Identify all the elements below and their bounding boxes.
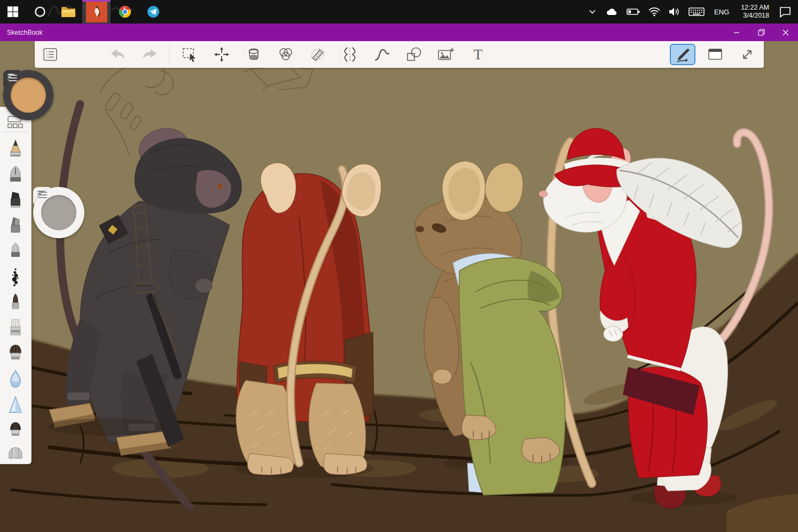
brush-watercolor-drop[interactable]	[6, 369, 25, 390]
taskbar-app-chrome[interactable]	[111, 0, 139, 24]
brush-splatter[interactable]	[6, 266, 25, 287]
system-tray: ENG 12:22 AM 3/4/2018	[587, 0, 798, 24]
language-indicator[interactable]: ENG	[712, 8, 731, 16]
brush-pencil[interactable]	[6, 138, 25, 159]
battery-icon[interactable]	[627, 6, 640, 17]
close-button[interactable]	[773, 24, 798, 41]
brush-palette	[0, 107, 32, 464]
taskbar-app-sketchbook[interactable]	[82, 0, 111, 24]
redo-button[interactable]	[142, 46, 159, 63]
hamburger-icon	[38, 192, 47, 200]
ruler-tool-button[interactable]	[309, 46, 326, 63]
tray-chevron-icon[interactable]	[587, 6, 598, 17]
fullscreen-button[interactable]	[739, 46, 756, 63]
brush-puck-preview[interactable]	[41, 195, 76, 230]
brush-soft-blend[interactable]	[6, 419, 25, 441]
main-menu-button[interactable]	[42, 46, 59, 63]
taskbar: ENG 12:22 AM 3/4/2018	[0, 0, 798, 24]
hamburger-icon	[9, 75, 17, 83]
clock[interactable]: 12:22 AM 3/4/2018	[739, 4, 771, 20]
clock-time: 12:22 AM	[741, 4, 769, 11]
import-image-button[interactable]	[437, 46, 455, 63]
touch-keyboard-icon[interactable]	[689, 6, 705, 17]
start-button[interactable]	[0, 0, 26, 24]
brush-inking-pen[interactable]	[6, 163, 25, 185]
color-adjust-button[interactable]	[277, 46, 294, 63]
brush-smudge-dome[interactable]	[6, 444, 25, 466]
drawing-canvas[interactable]	[0, 41, 798, 532]
brush-panel-divider	[2, 131, 29, 132]
wifi-icon[interactable]	[648, 6, 661, 17]
brush-ballpoint-pen[interactable]	[6, 240, 25, 262]
shapes-tool-button[interactable]	[405, 46, 423, 63]
transform-tool-button[interactable]	[213, 46, 230, 63]
brush-chisel-marker[interactable]	[6, 215, 25, 236]
text-tool-button[interactable]: T	[470, 46, 487, 63]
selection-tool-button[interactable]	[181, 46, 198, 63]
window-title: SketchBook	[0, 29, 43, 36]
clock-date: 3/4/2018	[743, 12, 769, 19]
telegram-icon	[146, 5, 160, 19]
toolbar-divider	[169, 44, 170, 65]
fill-tool-button[interactable]	[245, 46, 262, 63]
screen: ENG 12:22 AM 3/4/2018 SketchBook	[0, 0, 798, 532]
titlebar: SketchBook	[0, 24, 798, 41]
brush-marker[interactable]	[6, 189, 25, 210]
text-tool-glyph: T	[474, 48, 483, 62]
taskbar-app-telegram[interactable]	[139, 0, 167, 24]
volume-icon[interactable]	[668, 6, 681, 17]
windows-logo-icon	[7, 6, 19, 18]
brush-smear-triangle[interactable]	[6, 394, 25, 416]
brush-pen-icon	[673, 46, 692, 63]
brush-round-soft[interactable]	[6, 342, 25, 364]
symmetry-tool-button[interactable]	[341, 46, 358, 63]
minimize-button[interactable]	[724, 24, 749, 41]
brush-detail[interactable]	[6, 291, 25, 312]
undo-button[interactable]	[109, 46, 126, 63]
color-puck[interactable]	[3, 70, 53, 120]
file-explorer-icon	[60, 5, 76, 19]
action-center-icon[interactable]	[779, 6, 792, 18]
taskbar-app-cortana[interactable]	[26, 0, 54, 24]
chrome-icon	[118, 5, 132, 19]
restore-button[interactable]	[749, 24, 773, 41]
cortana-icon	[34, 5, 46, 18]
brush-flat[interactable]	[6, 317, 25, 338]
brush-tool-button[interactable]	[670, 44, 695, 65]
brush-puck[interactable]	[33, 187, 84, 238]
taskbar-app-file-explorer[interactable]	[54, 0, 82, 24]
predictive-stroke-button[interactable]	[373, 46, 390, 63]
canvas-artwork	[0, 41, 798, 532]
onedrive-cloud-icon[interactable]	[605, 6, 619, 17]
sketchbook-icon	[86, 1, 107, 22]
main-toolbar: T	[35, 41, 764, 68]
window-panel-button[interactable]	[707, 46, 724, 63]
